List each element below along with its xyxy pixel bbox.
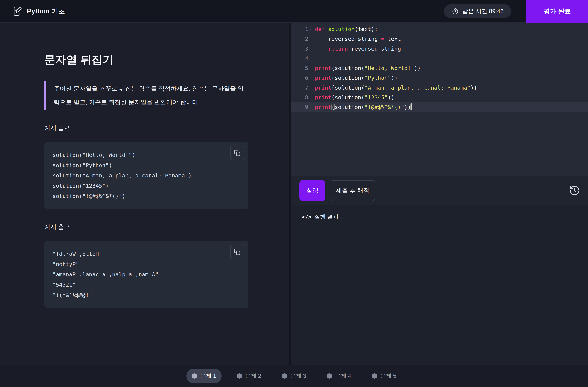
tab-label: 문제 4 xyxy=(335,372,351,380)
editor-line-code: print(solution("12345")) xyxy=(315,93,394,102)
example-output-label: 예시 출력: xyxy=(44,223,248,231)
editor-line[interactable]: 8print(solution("12345")) xyxy=(291,93,588,102)
finish-button[interactable]: 평가 완료 xyxy=(526,0,588,22)
tab-status-dot xyxy=(282,373,287,379)
tab-label: 문제 2 xyxy=(245,372,261,380)
code-line: ")(*&^%$#@!" xyxy=(53,290,240,300)
line-number: 1▾ xyxy=(291,24,308,34)
timer-icon xyxy=(452,7,459,15)
line-number: 8 xyxy=(291,93,308,102)
editor-line[interactable]: 4 xyxy=(291,54,588,63)
code-line: solution("12345") xyxy=(53,181,240,191)
tab-problem-5[interactable]: 문제 5 xyxy=(366,369,401,383)
tab-label: 문제 3 xyxy=(290,372,306,380)
code-line: solution("A man, a plan, a canal: Panama… xyxy=(53,170,240,181)
fold-arrow-icon[interactable]: ▾ xyxy=(310,24,312,34)
copy-icon xyxy=(234,150,241,156)
editor-line[interactable]: 5print(solution("Hello, World!")) xyxy=(291,63,588,73)
line-number: 6 xyxy=(291,73,308,83)
tab-status-dot xyxy=(192,373,197,379)
copy-icon xyxy=(234,248,241,255)
editor-line[interactable]: 9print(solution("!@#$%^&*()")) xyxy=(291,102,588,112)
editor-line-code: return reversed_string xyxy=(315,44,401,54)
output-panel: </> 실행 결과 xyxy=(291,205,588,365)
timer-badge: 남은 시간 89:43 xyxy=(444,4,511,18)
example-input-block: solution("Hello, World!")solution("Pytho… xyxy=(44,142,248,209)
code-line: solution("Python") xyxy=(53,160,240,170)
copy-output-button[interactable] xyxy=(230,245,244,259)
editor-line-code: def solution(text): xyxy=(315,24,378,34)
output-label: 실행 결과 xyxy=(314,213,339,221)
line-number: 4 xyxy=(291,54,308,63)
code-line: solution("Hello, World!") xyxy=(53,150,240,160)
editor-toolbar: 실행 제출 후 채점 xyxy=(291,176,588,205)
line-number: 3 xyxy=(291,44,308,54)
tab-status-dot xyxy=(327,373,332,379)
tab-problem-3[interactable]: 문제 3 xyxy=(276,369,312,383)
tab-problem-2[interactable]: 문제 2 xyxy=(231,369,267,383)
tab-problem-4[interactable]: 문제 4 xyxy=(321,369,357,383)
problem-panel: 문자열 뒤집기 주어진 문자열을 거꾸로 뒤집는 함수를 작성하세요. 함수는 … xyxy=(0,22,290,365)
example-input-label: 예시 입력: xyxy=(44,124,248,132)
problem-tabs: 문제 1문제 2문제 3문제 4문제 5 xyxy=(0,365,588,387)
code-line: solution("!@#$%^&*()") xyxy=(53,191,240,201)
editor-line-code: reversed_string = text xyxy=(315,34,401,44)
tab-status-dot xyxy=(372,373,377,379)
editor-line[interactable]: 6print(solution("Python")) xyxy=(291,73,588,83)
line-number: 7 xyxy=(291,83,308,93)
main: 문자열 뒤집기 주어진 문자열을 거꾸로 뒤집는 함수를 작성하세요. 함수는 … xyxy=(0,22,588,365)
run-button[interactable]: 실행 xyxy=(299,180,325,201)
code-line: "!dlroW ,olleH" xyxy=(53,249,240,259)
tab-status-dot xyxy=(237,373,242,379)
tab-label: 문제 5 xyxy=(380,372,396,380)
example-output-block: "!dlroW ,olleH""nohtyP""amanaP :lanac a … xyxy=(44,241,248,308)
line-number: 2 xyxy=(291,34,308,44)
code-line: "nohtyP" xyxy=(53,259,240,269)
editor-line[interactable]: 7print(solution("A man, a plan, a canal:… xyxy=(291,83,588,93)
editor-line-code: print(solution("Hello, World!")) xyxy=(315,63,421,73)
text-cursor xyxy=(411,103,412,110)
code-icon: </> xyxy=(302,214,312,220)
line-number: 9 xyxy=(291,102,308,112)
tab-problem-1[interactable]: 문제 1 xyxy=(187,369,222,383)
timer-text: 남은 시간 89:43 xyxy=(462,7,504,15)
problem-description-text: 주어진 문자열을 거꾸로 뒤집는 함수를 작성하세요. 함수는 문자열을 입력으… xyxy=(54,82,248,109)
problem-description: 주어진 문자열을 거꾸로 뒤집는 함수를 작성하세요. 함수는 문자열을 입력으… xyxy=(44,81,248,110)
app-root: Python 기초 남은 시간 89:43 평가 완료 문자열 뒤집기 주어진 … xyxy=(0,0,588,387)
line-number: 5 xyxy=(291,63,308,73)
editor-line[interactable]: 1▾def solution(text): xyxy=(291,24,588,34)
editor-line-code: print(solution("!@#$%^&*()")) xyxy=(315,102,412,112)
output-header: </> 실행 결과 xyxy=(302,213,588,221)
header: Python 기초 남은 시간 89:43 평가 완료 xyxy=(0,0,588,22)
editor-line[interactable]: 3 return reversed_string xyxy=(291,44,588,54)
problem-title: 문자열 뒤집기 xyxy=(44,53,248,67)
editor-line[interactable]: 2 reversed_string = text xyxy=(291,34,588,44)
history-button[interactable] xyxy=(568,184,581,197)
code-line: "54321" xyxy=(53,280,240,290)
clipboard-edit-icon xyxy=(12,6,22,16)
header-left: Python 기초 xyxy=(0,6,444,16)
tab-label: 문제 1 xyxy=(200,372,216,380)
code-editor[interactable]: 1▾def solution(text):2 reversed_string =… xyxy=(291,22,588,176)
code-line: "amanaP :lanac a ,nalp a ,nam A" xyxy=(53,269,240,280)
copy-input-button[interactable] xyxy=(230,146,244,160)
history-icon xyxy=(569,185,580,196)
editor-panel: 1▾def solution(text):2 reversed_string =… xyxy=(290,22,588,365)
editor-line-code: print(solution("Python")) xyxy=(315,73,398,83)
submit-grade-button[interactable]: 제출 후 채점 xyxy=(330,180,375,201)
editor-line-code: print(solution("A man, a plan, a canal: … xyxy=(315,83,477,93)
app-title: Python 기초 xyxy=(27,7,65,16)
